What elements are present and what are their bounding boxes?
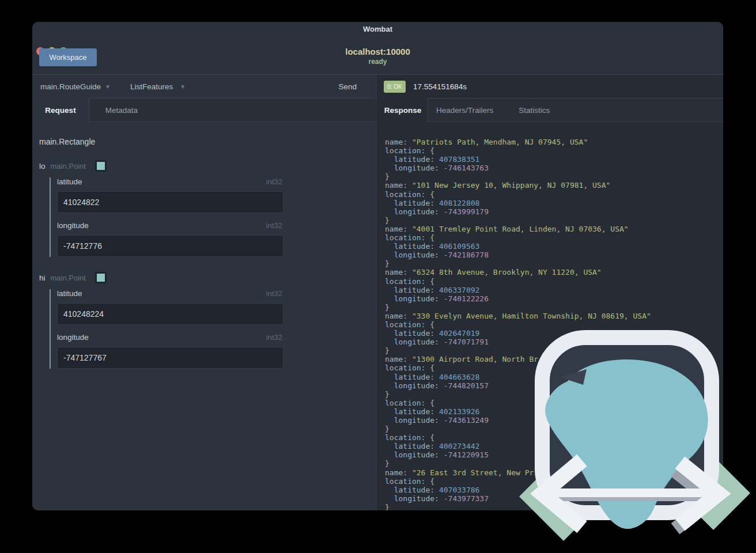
- tab-metadata[interactable]: Metadata: [89, 99, 154, 122]
- send-button[interactable]: Send: [338, 82, 357, 91]
- call-toolbar: main.RouteGuide ▼ ListFeatures ▼ Send: [32, 75, 377, 99]
- wombat-logo: [517, 325, 756, 550]
- method-select-value: ListFeatures: [130, 82, 173, 91]
- checkbox-fill: [97, 274, 105, 282]
- response-line: longitude: -743999179: [385, 207, 651, 216]
- response-line: }: [385, 216, 651, 225]
- field-type-hint: int32: [266, 333, 282, 342]
- tab-request[interactable]: Request: [32, 98, 89, 122]
- response-line: longitude: -740122226: [385, 294, 651, 303]
- field-group-body: latitudeint32410248224longitudeint32-747…: [50, 289, 377, 369]
- request-tab-bar: Request Metadata: [32, 99, 377, 122]
- server-address: localhost:10000: [32, 47, 723, 56]
- response-line: name: "Patriots Path, Mendham, NJ 07945,…: [385, 138, 651, 146]
- response-line: }: [385, 303, 651, 312]
- response-line: name: "101 New Jersey 10, Whippany, NJ 0…: [385, 181, 651, 190]
- request-form: main.Rectangle lomain.Pointlatitudeint32…: [32, 123, 377, 510]
- status-badge: 0: OK: [384, 81, 406, 93]
- field-value-input[interactable]: 410248224: [57, 303, 284, 325]
- response-line: latitude: 408122808: [385, 199, 651, 207]
- service-select-value: main.RouteGuide: [40, 82, 101, 91]
- field-label: longitude: [57, 333, 89, 342]
- field-label: latitude: [57, 177, 82, 186]
- response-line: latitude: 406109563: [385, 242, 651, 251]
- response-line: latitude: 407838351: [385, 155, 651, 164]
- arrow-shaft: [549, 488, 717, 497]
- field-group-body: latitudeint3241024822longitudeint32-7471…: [50, 177, 377, 257]
- title-bar: Wombat Workspace localhost:10000 ready: [32, 22, 723, 75]
- call-duration: 17.554151684s: [413, 82, 467, 91]
- response-line: latitude: 406337092: [385, 286, 651, 294]
- response-line: longitude: -742186778: [385, 251, 651, 259]
- response-line: location: {: [385, 146, 651, 155]
- field-type: main.Point: [51, 162, 86, 171]
- window-title: Wombat: [32, 25, 723, 33]
- response-tab-bar: Response Headers/Trailers Statistics: [378, 99, 723, 122]
- field-group-header: himain.Point: [39, 272, 377, 283]
- arrow-shaft-shadow: [547, 497, 715, 501]
- chevron-down-icon: ▼: [105, 84, 111, 90]
- field-type-hint: int32: [266, 289, 282, 298]
- chevron-down-icon: ▼: [180, 84, 186, 90]
- method-select[interactable]: ListFeatures ▼: [130, 82, 186, 91]
- field-value-input[interactable]: -747127767: [57, 347, 284, 369]
- response-line: }: [385, 172, 651, 181]
- form-field: latitudeint32410248224: [57, 289, 377, 325]
- field-type: main.Point: [51, 274, 86, 282]
- field-type-hint: int32: [266, 221, 282, 230]
- connection-status: ready: [32, 58, 723, 66]
- form-field: longitudeint32-747127767: [57, 333, 377, 369]
- field-group-header: lomain.Point: [39, 160, 377, 172]
- field-label: latitude: [57, 289, 82, 298]
- tab-statistics[interactable]: Statistics: [519, 99, 550, 122]
- response-line: location: {: [385, 233, 651, 242]
- desktop: { "window": { "title": "Wombat" }, "head…: [0, 0, 756, 553]
- response-line: name: "4001 Tremley Point Road, Linden, …: [385, 225, 651, 233]
- form-field: longitudeint32-74712776: [57, 221, 377, 257]
- message-set-checkbox[interactable]: [95, 160, 107, 172]
- message-set-checkbox[interactable]: [95, 272, 107, 283]
- response-line: location: {: [385, 190, 651, 199]
- field-value-input[interactable]: 41024822: [57, 191, 284, 213]
- form-field: latitudeint3241024822: [57, 177, 377, 213]
- field-value-input[interactable]: -74712776: [57, 235, 284, 257]
- result-bar: 0: OK 17.554151684s: [378, 75, 723, 99]
- response-line: name: "6324 8th Avenue, Brooklyn, NY 112…: [385, 268, 651, 276]
- response-line: longitude: -746143763: [385, 164, 651, 172]
- request-pane: main.RouteGuide ▼ ListFeatures ▼ Send Re…: [32, 75, 377, 510]
- response-line: location: {: [385, 277, 651, 286]
- field-name: lo: [39, 162, 46, 171]
- tab-response[interactable]: Response: [378, 98, 428, 122]
- field-label: longitude: [57, 221, 89, 230]
- field-type-hint: int32: [266, 177, 282, 186]
- field-name: hi: [39, 274, 46, 282]
- response-line: name: "330 Evelyn Avenue, Hamilton Towns…: [385, 312, 651, 320]
- message-type-label: main.Rectangle: [39, 137, 377, 146]
- service-select[interactable]: main.RouteGuide ▼: [40, 82, 111, 91]
- tab-headers-trailers[interactable]: Headers/Trailers: [428, 99, 501, 122]
- response-line: }: [385, 259, 651, 268]
- checkbox-fill: [97, 162, 105, 170]
